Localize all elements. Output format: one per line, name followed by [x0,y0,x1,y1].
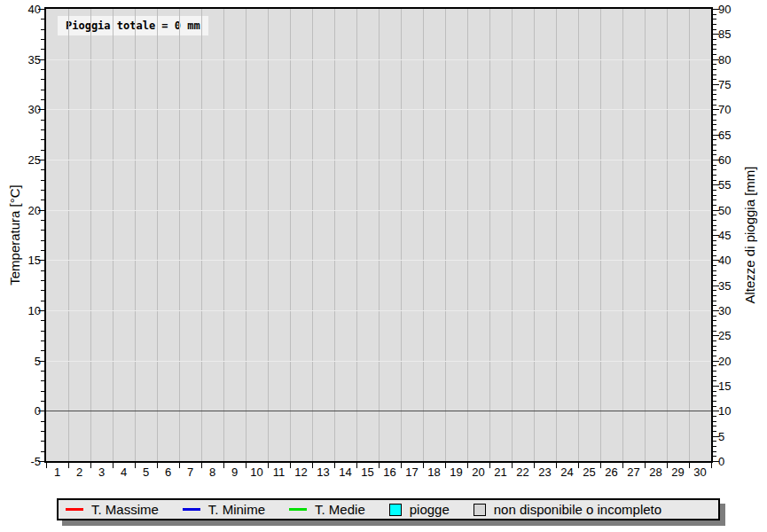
left-axis-tick [41,39,44,40]
grid-line-vertical [600,9,601,461]
right-axis-tick [713,139,716,140]
left-axis-tick [41,230,44,231]
legend-square-swatch-icon [474,504,486,516]
legend-item-label: piogge [410,502,450,517]
left-axis-tick-label: 10 [0,305,41,317]
zero-reference-line [46,411,711,411]
bottom-axis-tick-label: 30 [689,466,711,479]
right-axis-tick-label: 45 [718,230,754,241]
right-axis-tick [713,180,716,181]
right-axis-tick [713,316,716,317]
right-axis-tick [713,64,716,65]
legend-item-label: T. Minime [208,502,265,517]
left-axis-tick-label: 15 [0,254,41,266]
grid-line-vertical [290,9,291,461]
grid-line-horizontal [46,160,711,160]
left-axis-tick [41,421,44,422]
grid-line-vertical [312,9,313,461]
left-axis-tick-label: 40 [0,4,41,15]
grid-line-horizontal [46,109,711,110]
plot-area: Pioggia totale = 0 mm [46,9,711,461]
right-axis-tick [713,200,716,200]
right-axis-tick [713,49,716,50]
left-axis-title: Temperatura [°C] [7,184,22,286]
grid-line-vertical [90,9,91,461]
right-axis-tick [713,120,716,121]
grid-line-vertical [645,9,646,461]
right-axis-tick [713,290,716,291]
right-axis-tick-label: 25 [718,330,754,341]
right-axis-tick [713,320,716,321]
left-axis-tick [41,301,44,301]
right-axis-tick [713,19,716,20]
right-axis-tick [713,401,716,402]
right-axis-tick [713,240,716,241]
right-axis-tick-label: 60 [718,154,754,166]
legend-item-t-minime: T. Minime [183,502,265,517]
grid-line-vertical [157,9,158,461]
right-axis-tick [713,44,716,45]
right-axis-tick [713,356,716,356]
right-axis-tick [713,426,716,426]
right-axis-tick-label: 55 [718,179,754,191]
right-axis-tick [713,114,716,115]
right-axis-tick [713,245,716,246]
right-axis-tick [713,295,716,296]
right-axis-tick-label: 35 [718,279,754,291]
right-axis-tick [713,250,716,251]
right-axis-tick [713,346,716,347]
right-axis-tick [713,391,716,392]
left-axis-tick-label: 20 [0,204,41,215]
right-axis-tick [713,105,716,106]
grid-line-vertical [556,9,557,461]
right-axis-tick-label: 50 [718,204,754,215]
right-axis-tick [713,29,716,30]
right-axis-tick-label: 30 [718,305,754,317]
left-axis-tick-label: 5 [0,355,41,366]
right-axis-tick-label: 65 [718,129,754,140]
right-axis-tick [713,195,716,196]
right-axis-tick [713,451,716,452]
right-axis-tick-label: 85 [718,28,754,40]
right-axis-tick [713,431,716,432]
grid-line-vertical [667,9,668,461]
bottom-axis-tick-label: 22 [512,466,534,479]
legend-item-non-disponibile-o-incompleto: non disponibile o incompleto [474,502,661,517]
bottom-axis-tick-label: 20 [467,466,489,479]
left-axis-tick [41,90,44,90]
grid-line-vertical [68,9,69,461]
left-axis-tick [41,190,44,191]
bottom-axis-tick-label: 2 [68,466,90,479]
left-axis-tick [41,29,44,30]
right-axis-tick [713,395,716,396]
bottom-axis-tick-label: 23 [534,466,556,479]
right-axis-tick [713,14,716,15]
right-axis-tick-label: 5 [718,430,754,442]
right-axis-tick [713,175,716,176]
right-axis-tick [713,446,716,447]
left-axis-tick [41,240,44,241]
right-axis-tick [713,220,716,221]
right-axis-tick [713,380,716,381]
bottom-axis-tick-label: 6 [157,466,179,479]
left-axis-tick [41,340,44,341]
right-axis-tick [713,371,716,372]
legend: T. MassimeT. MinimeT. Mediepioggenon dis… [57,498,720,520]
grid-line-horizontal [46,310,711,311]
legend-line-swatch-icon [183,508,200,511]
left-axis-tick [41,371,44,372]
bottom-axis-tick-label: 3 [90,466,113,479]
right-axis-tick [713,406,716,407]
right-axis-tick [713,205,716,206]
left-axis-tick [41,290,44,291]
left-axis-tick [41,139,44,140]
legend-item-t-massime: T. Massime [66,502,159,517]
bottom-axis-tick-label: 12 [290,466,312,479]
left-axis-tick [41,220,44,221]
bottom-axis-tick-label: 11 [268,466,290,479]
right-axis-tick [713,145,716,145]
left-axis-tick [41,441,44,442]
right-axis-tick [713,255,716,256]
grid-line-vertical [334,9,335,461]
legend-line-swatch-icon [66,508,83,511]
